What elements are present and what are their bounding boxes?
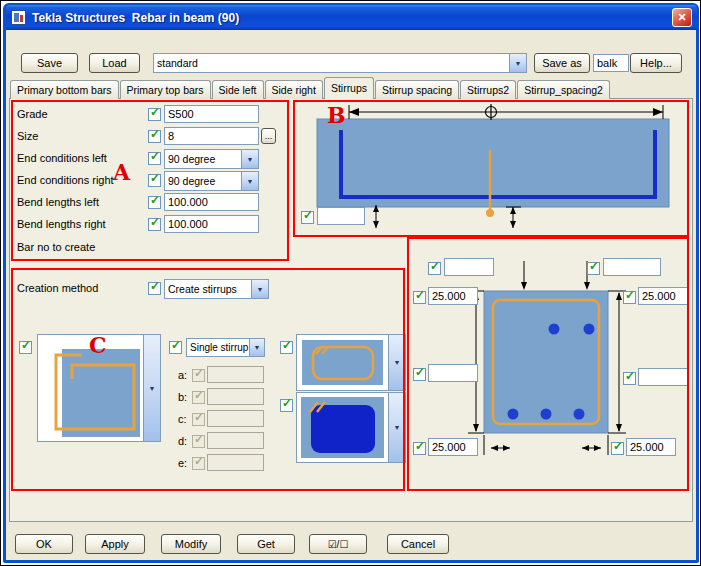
bend-lengths-left-field[interactable]: 100.000 [164, 193, 259, 211]
section-mid-right-field[interactable] [638, 368, 688, 386]
section-top-left-checkbox[interactable] [428, 262, 441, 275]
param-b-field[interactable] [207, 388, 264, 405]
param-a-field[interactable] [207, 366, 264, 383]
help-button[interactable]: Help... [630, 53, 682, 73]
save-as-button[interactable]: Save as [534, 53, 590, 73]
bend-lengths-left-checkbox[interactable] [148, 196, 161, 209]
section-top-right-field[interactable] [603, 258, 661, 276]
toggle-checkboxes-button[interactable]: ☑/☐ [309, 534, 367, 554]
param-e-label: e: [178, 457, 187, 469]
stirrup-shape-picker[interactable] [37, 334, 161, 442]
hook-shape-top-preview [297, 335, 388, 390]
param-a-label: a: [178, 369, 187, 381]
window-icon [11, 10, 26, 25]
tab-side-left[interactable]: Side left [212, 80, 264, 99]
size-label: Size [17, 130, 38, 142]
param-c-label: c: [178, 413, 187, 425]
get-button[interactable]: Get [237, 534, 295, 554]
param-d-field[interactable] [207, 432, 264, 449]
section-top-right-checkbox[interactable] [587, 262, 600, 275]
end-conditions-right-label: End conditions right [17, 174, 114, 186]
section-bottom-left-field[interactable]: 25.000 [428, 438, 478, 456]
stirrup-type-dropdown[interactable]: Single stirrup [186, 338, 265, 357]
ok-button[interactable]: OK [15, 534, 73, 554]
param-e-checkbox[interactable] [192, 457, 205, 470]
tab-side-right[interactable]: Side right [265, 80, 323, 99]
stirrup-shape-checkbox[interactable] [19, 341, 32, 354]
section-top-left-field[interactable] [444, 258, 494, 276]
hook-shape-bottom-preview [297, 393, 388, 462]
param-c-field[interactable] [207, 410, 264, 427]
creation-method-dropdown[interactable]: Create stirrups [164, 279, 269, 299]
param-e-field[interactable] [207, 454, 264, 471]
screenshot-root: Tekla Structures Rebar in beam (90) ✕ Sa… [0, 0, 701, 566]
stirrup-shape-preview [38, 335, 143, 441]
save-as-name-field[interactable]: balk [593, 54, 629, 72]
hook-shape-top-picker[interactable] [296, 334, 406, 391]
param-c-checkbox[interactable] [192, 413, 205, 426]
end-conditions-left-label: End conditions left [17, 152, 107, 164]
grade-checkbox[interactable] [148, 108, 161, 121]
chevron-down-icon[interactable] [388, 393, 405, 462]
save-button[interactable]: Save [21, 53, 78, 73]
section-mid-left-checkbox[interactable] [413, 368, 426, 381]
hook-shape-top-checkbox[interactable] [280, 341, 293, 354]
param-b-checkbox[interactable] [192, 391, 205, 404]
param-a-checkbox[interactable] [192, 369, 205, 382]
bend-lengths-left-label: Bend lengths left [17, 196, 99, 208]
size-field[interactable]: 8 [164, 127, 259, 145]
chevron-down-icon[interactable] [251, 280, 268, 298]
param-d-label: d: [178, 435, 187, 447]
bend-lengths-right-checkbox[interactable] [148, 218, 161, 231]
end-conditions-left-dropdown[interactable]: 90 degree [164, 149, 259, 169]
apply-button[interactable]: Apply [85, 534, 145, 554]
bar-no-to-create-label: Bar no to create [17, 241, 95, 253]
tab-stirrup-spacing[interactable]: Stirrup spacing [375, 80, 459, 99]
section-mid-left-field[interactable] [428, 364, 478, 382]
section-side-right-field[interactable]: 25.000 [638, 287, 688, 305]
section-side-left-checkbox[interactable] [413, 291, 426, 304]
section-bottom-left-checkbox[interactable] [413, 442, 426, 455]
chevron-down-icon[interactable] [241, 150, 258, 168]
cancel-button[interactable]: Cancel [387, 534, 449, 554]
stirrup-type-checkbox[interactable] [169, 341, 182, 354]
titlebar[interactable]: Tekla Structures Rebar in beam (90) ✕ [6, 5, 697, 30]
end-conditions-right-checkbox[interactable] [148, 174, 161, 187]
section-bottom-right-field[interactable]: 25.000 [626, 438, 676, 456]
tab-primary-bottom-bars[interactable]: Primary bottom bars [10, 80, 119, 99]
size-browse-button[interactable]: ... [261, 128, 276, 144]
tab-stirrups2[interactable]: Stirrups2 [460, 80, 516, 99]
section-side-left-field[interactable]: 25.000 [428, 287, 478, 305]
tab-primary-top-bars[interactable]: Primary top bars [120, 80, 211, 99]
chevron-down-icon[interactable] [241, 172, 258, 190]
elevation-offset-field[interactable] [317, 207, 365, 225]
tab-stirrups[interactable]: Stirrups [324, 77, 374, 99]
hook-shape-bottom-picker[interactable] [296, 392, 406, 463]
end-conditions-right-dropdown[interactable]: 90 degree [164, 171, 259, 191]
creation-method-checkbox[interactable] [148, 282, 161, 295]
grade-label: Grade [17, 108, 48, 120]
chevron-down-icon[interactable] [388, 335, 405, 390]
hook-shape-bottom-checkbox[interactable] [280, 399, 293, 412]
section-side-right-checkbox[interactable] [623, 291, 636, 304]
creation-method-label: Creation method [17, 282, 98, 294]
chevron-down-icon[interactable] [143, 335, 160, 441]
size-checkbox[interactable] [148, 130, 161, 143]
tab-stirrup-spacing2[interactable]: Stirrup_spacing2 [517, 80, 610, 99]
bend-lengths-right-field[interactable]: 100.000 [164, 215, 259, 233]
section-bottom-right-checkbox[interactable] [611, 442, 624, 455]
chevron-down-icon[interactable] [509, 54, 526, 72]
grade-field[interactable]: S500 [164, 105, 259, 123]
stirrup-type-value: Single stirrup [187, 339, 249, 356]
close-button[interactable]: ✕ [672, 8, 692, 27]
elevation-offset-checkbox[interactable] [301, 211, 314, 224]
creation-method-value: Create stirrups [165, 280, 251, 298]
section-mid-right-checkbox[interactable] [623, 372, 636, 385]
modify-button[interactable]: Modify [161, 534, 221, 554]
chevron-down-icon[interactable] [249, 339, 264, 356]
end-conditions-right-value: 90 degree [165, 172, 241, 190]
preset-combobox[interactable]: standard [153, 53, 527, 73]
load-button[interactable]: Load [89, 53, 140, 73]
param-d-checkbox[interactable] [192, 435, 205, 448]
end-conditions-left-checkbox[interactable] [148, 152, 161, 165]
